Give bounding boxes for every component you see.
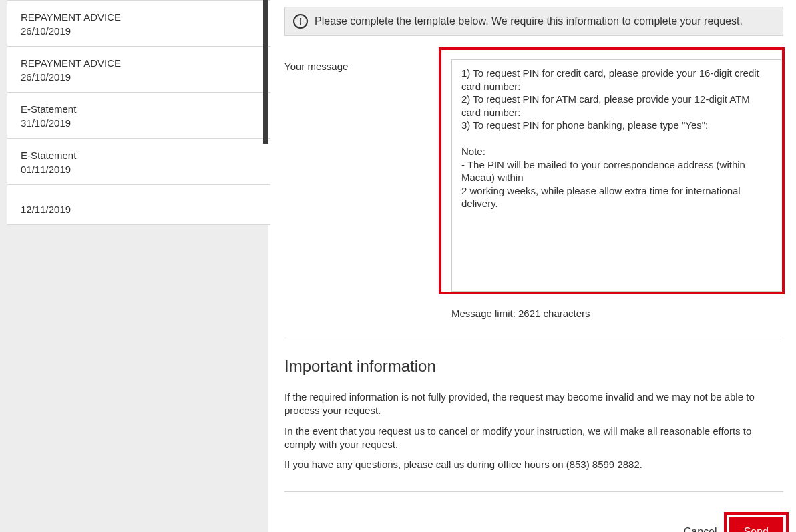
info-paragraph: If the required information is not fully… — [284, 390, 783, 418]
scrollbar[interactable] — [263, 0, 268, 144]
sidebar-item-date: 26/10/2019 — [21, 25, 257, 37]
message-label: Your message — [284, 59, 438, 319]
sidebar-item-title: E-Statement — [21, 150, 257, 161]
sidebar-item-title: REPAYMENT ADVICE — [21, 57, 257, 69]
sidebar-item[interactable]: REPAYMENT ADVICE 26/10/2019 — [7, 0, 270, 47]
divider — [284, 491, 783, 492]
form-row: Your message Message limit: 2621 charact… — [284, 59, 783, 319]
info-heading: Important information — [284, 357, 783, 376]
sidebar-item[interactable]: E-Statement 31/10/2019 — [7, 93, 270, 139]
divider — [284, 338, 783, 338]
notice-bar: ! Please complete the template below. We… — [284, 7, 783, 36]
main-content: ! Please complete the template below. We… — [268, 0, 796, 532]
button-row: Cancel Send — [284, 517, 783, 532]
sidebar-item-date: 26/10/2019 — [21, 71, 257, 83]
info-icon: ! — [293, 14, 308, 29]
info-paragraph: If you have any questions, please call u… — [284, 458, 783, 471]
sidebar-item-title: E-Statement — [21, 103, 257, 115]
info-paragraph: In the event that you request us to canc… — [284, 425, 783, 452]
sidebar-item-date: 01/11/2019 — [21, 164, 257, 175]
sidebar: REPAYMENT ADVICE 26/10/2019 REPAYMENT AD… — [0, 0, 268, 267]
sidebar-item[interactable]: 12/11/2019 — [7, 185, 270, 225]
sidebar-item[interactable]: REPAYMENT ADVICE 26/10/2019 — [7, 47, 270, 93]
send-button[interactable]: Send — [729, 517, 783, 532]
sidebar-item[interactable]: E-Statement 01/11/2019 — [7, 139, 270, 185]
sidebar-item-title: REPAYMENT ADVICE — [21, 11, 257, 23]
notice-text: Please complete the template below. We r… — [315, 15, 743, 27]
cancel-button[interactable]: Cancel — [684, 526, 717, 532]
sidebar-item-date: 12/11/2019 — [21, 204, 257, 215]
char-limit: Message limit: 2621 characters — [451, 308, 783, 319]
sidebar-item-date: 31/10/2019 — [21, 117, 257, 129]
message-textarea[interactable] — [451, 59, 781, 292]
